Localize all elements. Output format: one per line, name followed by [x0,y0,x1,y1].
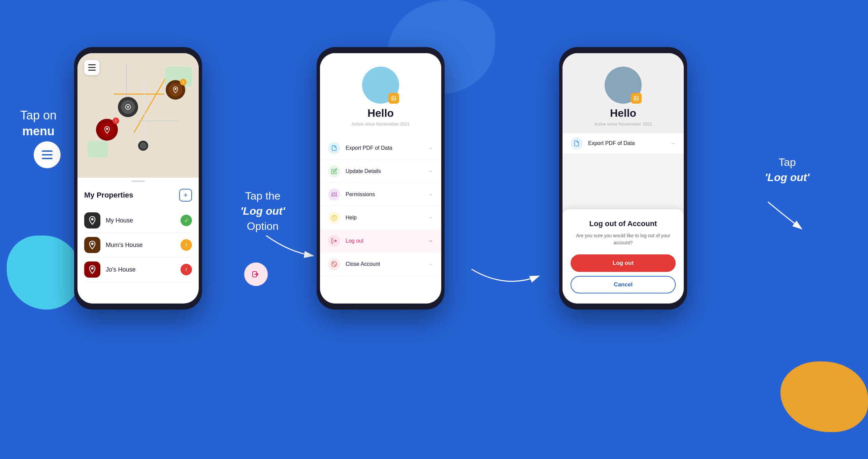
pin-warning-badge: ! [180,79,187,86]
update-details-label: Update Details [346,168,428,174]
map-pin-2[interactable]: ! [166,80,185,100]
property-name-mums-house: Mum's House [106,241,181,249]
svg-point-10 [393,97,394,98]
phone-1: ! ! My Properties + [74,47,202,309]
export-pdf-icon [328,142,340,154]
menu-item-export-pdf[interactable]: Export PDF of Data → [320,137,441,160]
logout-circle-annotation [244,262,268,286]
status-badge-mums-house: ! [181,239,192,251]
menu-item-permissions[interactable]: Permissions → [320,183,441,206]
svg-rect-25 [634,96,638,100]
tap-right-line2: 'Log out' [765,171,810,184]
tap-menu-bold: menu [22,124,55,138]
property-name-my-house: My House [106,217,181,224]
map-road [133,74,168,133]
modal-title: Log out of Account [570,220,676,228]
active-since-phone3: Active since Novemeber 2021 [594,122,652,127]
blob-orange [780,361,868,432]
update-details-arrow: → [428,168,433,174]
menu-item-help[interactable]: Help → [320,206,441,230]
menu-item-close-account[interactable]: Close Account → [320,253,441,276]
property-item-jos-house[interactable]: Jo's House ! [84,257,192,282]
logout-arrow: → [428,238,433,244]
logout-annotation-icon [251,269,261,280]
map-pin-4[interactable] [138,141,148,151]
map-road [114,94,164,95]
map-pin-1[interactable] [118,97,138,117]
properties-title: My Properties [84,191,133,200]
tap-right-line1: Tap [778,156,796,168]
close-account-icon [328,258,340,270]
svg-rect-9 [392,96,396,100]
logout-modal: Log out of Account Are you sure you woul… [562,209,684,303]
pin-icon [172,86,179,94]
map-road [144,80,145,141]
property-icon-my-house [84,212,100,229]
close-account-arrow: → [428,261,433,267]
modal-message: Are you sure you would like to log out o… [570,232,676,246]
svg-point-26 [635,97,636,98]
update-details-icon [328,165,340,177]
permissions-label: Permissions [346,192,428,198]
status-badge-my-house: ✓ [181,215,192,226]
property-item-my-house[interactable]: My House ✓ [84,208,192,233]
svg-point-7 [91,242,94,245]
properties-header: My Properties + [84,189,192,202]
phone-2-screen: Hello Active since Novemeber 2021 Export… [320,53,441,303]
phone-1-screen: ! ! My Properties + [78,53,199,303]
export-pdf-arrow: → [428,145,433,151]
avatar-edit-button[interactable] [389,93,399,104]
menu-item-logout[interactable]: Log out → [320,230,441,253]
close-account-label: Close Account [346,261,428,267]
partial-export-icon [570,137,583,150]
help-label: Help [346,215,428,221]
tap-logout-line3: Option [247,220,279,232]
hello-text-phone3: Hello [610,107,636,120]
hello-text: Hello [368,107,394,120]
avatar-edit-button-phone3[interactable] [631,93,642,104]
profile-header: Hello Active since Novemeber 2021 [320,53,441,133]
partial-export-label: Export PDF of Data [588,140,670,146]
image-icon [391,96,397,101]
phone-3-screen: Hello Active since Novemeber 2021 Export… [562,53,684,303]
image-icon [633,96,639,101]
pin-icon [103,126,111,134]
property-icon-jos-house [84,261,100,277]
avatar-phone3 [604,67,642,104]
menu-item-update-details[interactable]: Update Details → [320,160,441,183]
phone-3: Hello Active since Novemeber 2021 Export… [559,47,687,309]
tap-menu-annotation: Tap on menu [20,108,57,139]
partial-export-arrow: → [670,140,676,146]
hamburger-icon [42,151,53,159]
active-since-text: Active since Novemeber 2021 [352,122,410,127]
cancel-button[interactable]: Cancel [570,276,676,293]
svg-point-5 [106,128,108,130]
map-pin-3[interactable]: ! [96,119,118,141]
property-item-mums-house[interactable]: Mum's House ! [84,233,192,257]
map-menu-button[interactable] [84,60,99,75]
map-green-area [88,141,108,158]
phone-2: Hello Active since Novemeber 2021 Export… [317,47,444,309]
logout-icon [328,235,340,247]
properties-panel: My Properties + My House ✓ Mum's House ! [78,182,199,285]
partial-menu-item: Export PDF of Data → [562,133,684,154]
profile-header-phone3: Hello Active since Novemeber 2021 [562,53,684,133]
menu-circle-icon [34,141,61,168]
export-pdf-label: Export PDF of Data [346,145,428,151]
help-icon [328,212,340,224]
add-property-button[interactable]: + [179,189,192,202]
blob-cyan [7,235,81,309]
pin-icon [124,103,132,111]
tap-logout-option-annotation: Tap the 'Log out' Option [229,189,297,233]
tap-logout-line1: Tap the [245,190,281,202]
svg-point-8 [91,267,94,269]
help-arrow: → [428,215,433,221]
permissions-icon [328,189,340,201]
status-badge-jos-house: ! [181,264,192,275]
permissions-arrow: → [428,192,433,198]
property-icon-mums-house [84,237,100,253]
tap-logout-right-annotation: Tap 'Log out' [753,155,821,185]
logout-confirm-button[interactable]: Log out [570,254,676,272]
avatar [362,67,399,104]
pin-warning-badge: ! [113,118,119,124]
